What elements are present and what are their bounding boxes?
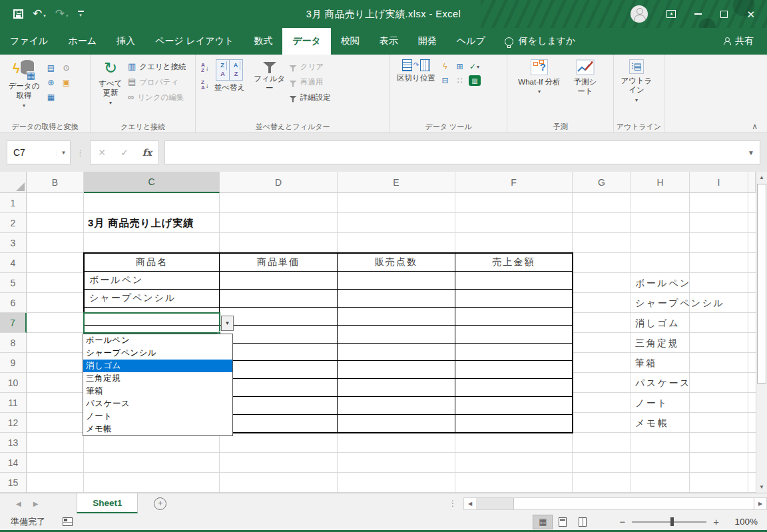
list-item[interactable]: 筆箱: [635, 353, 724, 373]
zoom-slider-thumb[interactable]: [670, 517, 674, 526]
column-header-d[interactable]: D: [220, 172, 338, 193]
header-cell-unit-price[interactable]: 商品単価: [220, 254, 338, 271]
cell-f5[interactable]: [455, 272, 572, 289]
data-model-button[interactable]: ▥: [469, 75, 481, 86]
sort-button[interactable]: ZAAZ 並べ替え: [209, 57, 250, 94]
cell-f7[interactable]: [455, 308, 572, 325]
normal-view-button[interactable]: ▦: [533, 515, 553, 529]
cancel-entry-button[interactable]: ✕: [91, 147, 113, 158]
row-header-1[interactable]: 1: [0, 193, 27, 213]
tab-developer[interactable]: 開発: [408, 28, 447, 55]
relationships-button[interactable]: ∷: [454, 75, 465, 86]
header-cell-sales-amount[interactable]: 売上金額: [455, 254, 572, 271]
column-header-e[interactable]: E: [338, 172, 455, 193]
list-item[interactable]: シャープペンシル: [635, 293, 724, 313]
edit-links-button[interactable]: ∞リンクの編集: [128, 91, 186, 104]
page-break-view-button[interactable]: [573, 515, 593, 529]
tab-home[interactable]: ホーム: [58, 28, 107, 55]
row-header-12[interactable]: 12: [0, 413, 27, 433]
cell-f12b[interactable]: [455, 415, 572, 432]
minimize-button[interactable]: [694, 13, 702, 15]
list-item[interactable]: ノート: [635, 393, 724, 413]
dropdown-item[interactable]: 三角定規: [83, 372, 232, 385]
from-web-button[interactable]: ⊕: [45, 77, 57, 88]
tell-me-box[interactable]: 何をしますか: [495, 28, 585, 55]
cell-e10[interactable]: [338, 361, 455, 378]
scroll-down-arrow[interactable]: ▼: [756, 481, 767, 493]
tab-insert[interactable]: 挿入: [107, 28, 145, 55]
list-item[interactable]: パスケース: [635, 373, 724, 393]
cell-e11[interactable]: [338, 379, 455, 396]
row-header-8[interactable]: 8: [0, 333, 27, 353]
advanced-filter-button[interactable]: 詳細設定: [289, 91, 331, 104]
cell-d8[interactable]: [220, 326, 338, 343]
dropdown-item[interactable]: パスケース: [83, 398, 232, 410]
dropdown-item[interactable]: ノート: [83, 410, 232, 423]
dropdown-item[interactable]: メモ帳: [83, 423, 232, 435]
zoom-in-button[interactable]: +: [713, 516, 719, 527]
row-header-4[interactable]: 4: [0, 253, 27, 273]
select-all-button[interactable]: [0, 172, 27, 193]
queries-connections-button[interactable]: ▥クエリと接続: [128, 60, 186, 73]
dropdown-item[interactable]: ボールペン: [83, 334, 232, 347]
row-header-6[interactable]: 6: [0, 293, 27, 313]
close-button[interactable]: ✕: [746, 9, 755, 19]
row-header-3[interactable]: 3: [0, 233, 27, 253]
zoom-slider[interactable]: [632, 521, 706, 523]
grid-body[interactable]: 3月 商品売り上げ実績 商品名 商品単価 販売点数 売上金額 ボールペン シャー…: [27, 193, 756, 493]
macro-record-button[interactable]: [63, 517, 73, 526]
column-header-h[interactable]: H: [631, 172, 690, 193]
cell-f12[interactable]: [455, 397, 572, 414]
zoom-level[interactable]: 100%: [728, 517, 758, 527]
list-item[interactable]: 消しゴム: [635, 313, 724, 333]
row-header-9[interactable]: 9: [0, 353, 27, 373]
tab-view[interactable]: 表示: [370, 28, 408, 55]
row-header-13[interactable]: 13: [0, 433, 27, 453]
existing-connections-button[interactable]: ▣: [61, 77, 72, 88]
horizontal-scrollbar-thumb[interactable]: [513, 498, 754, 509]
filter-button[interactable]: フィルター: [250, 57, 289, 95]
share-button[interactable]: 共有: [710, 28, 767, 55]
cell-e7[interactable]: [338, 308, 455, 325]
tab-page-layout[interactable]: ページ レイアウト: [145, 28, 244, 55]
list-item[interactable]: メモ帳: [635, 413, 724, 433]
horizontal-scrollbar[interactable]: ◀ ▶: [463, 497, 767, 510]
dropdown-item[interactable]: 筆箱: [83, 385, 232, 398]
formula-input[interactable]: ▼: [164, 140, 760, 164]
consolidate-button[interactable]: ⊟: [439, 75, 451, 86]
row-header-14[interactable]: 14: [0, 453, 27, 473]
list-item[interactable]: 三角定規: [635, 333, 724, 353]
from-table-button[interactable]: ▦: [45, 92, 57, 103]
from-text-file-button[interactable]: ▤: [45, 63, 57, 73]
reapply-button[interactable]: 再適用: [289, 75, 331, 89]
vertical-scrollbar[interactable]: ▲ ▼: [756, 172, 767, 493]
row-header-2[interactable]: 2: [0, 213, 27, 233]
cell-e8[interactable]: [338, 326, 455, 343]
row-header-10[interactable]: 10: [0, 373, 27, 393]
cell-f8[interactable]: [455, 326, 572, 343]
clear-filter-button[interactable]: クリア: [289, 60, 331, 73]
cell-d11[interactable]: [220, 379, 338, 396]
column-header-c[interactable]: C: [84, 172, 220, 193]
cell-f11[interactable]: [455, 379, 572, 396]
row-header-7[interactable]: 7: [0, 313, 27, 333]
cell-d6[interactable]: [220, 290, 338, 307]
cell-e12[interactable]: [338, 397, 455, 414]
column-header-i[interactable]: I: [690, 172, 748, 193]
account-avatar[interactable]: [631, 5, 648, 23]
cell-e6[interactable]: [338, 290, 455, 307]
scroll-left-arrow[interactable]: ◀: [464, 498, 476, 509]
tab-help[interactable]: ヘルプ: [447, 28, 495, 55]
cell-c5[interactable]: ボールペン: [85, 272, 220, 289]
cell-f9[interactable]: [455, 344, 572, 361]
maximize-button[interactable]: [720, 11, 728, 18]
save-button[interactable]: [13, 9, 23, 19]
sheet-tab-sheet1[interactable]: Sheet1: [77, 493, 138, 513]
column-header-g[interactable]: G: [573, 172, 631, 193]
splitter-handle-icon[interactable]: ⋮: [449, 499, 457, 508]
redo-button[interactable]: ↷▾: [55, 9, 69, 19]
scroll-up-arrow[interactable]: ▲: [756, 172, 767, 183]
collapse-ribbon-button[interactable]: ∧: [752, 122, 758, 131]
recent-sources-button[interactable]: ⊙: [61, 63, 72, 73]
dropdown-item-selected[interactable]: 消しゴム: [83, 360, 232, 372]
